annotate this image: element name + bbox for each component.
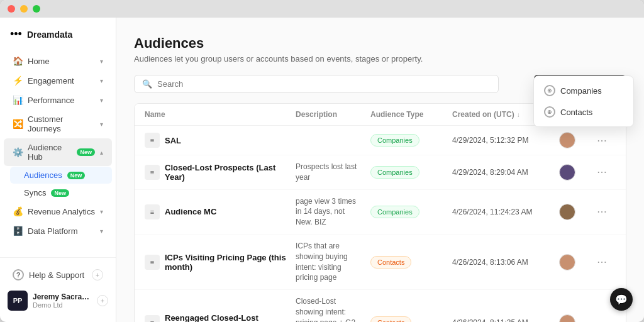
cell-actions[interactable]: ⋯ (597, 256, 616, 268)
sidebar-item-label: Audience Hub (28, 143, 72, 162)
chevron-icon: ▾ (100, 58, 103, 65)
user-expand-button[interactable]: + (97, 295, 108, 306)
table-row: ≡ SAL Companies 4/29/2024, 5:12:32 PM ⋯ (135, 126, 626, 155)
audience-hub-icon: ⚙️ (13, 147, 23, 157)
row-icon: ≡ (145, 204, 160, 219)
contacts-icon: ⊕ (544, 106, 555, 118)
more-actions-button[interactable]: ⋯ (597, 206, 607, 218)
maximize-button[interactable] (33, 5, 40, 13)
help-expand-button[interactable]: + (92, 269, 103, 280)
cell-type: Contacts (370, 256, 452, 269)
audiences-table: Name Description Audience Type Created o… (134, 103, 626, 322)
col-type: Audience Type (370, 110, 452, 119)
cell-name: ≡ Reengaged Closed-Lost Accounts (145, 313, 296, 322)
sort-icon: ↓ (517, 111, 520, 118)
cell-actions[interactable]: ⋯ (597, 206, 616, 218)
new-badge: New (77, 148, 95, 156)
home-icon: 🏠 (13, 56, 23, 66)
cell-name: ≡ Closed-Lost Prospects (Last Year) (145, 163, 296, 182)
more-actions-button[interactable]: ⋯ (597, 166, 607, 178)
more-actions-button[interactable]: ⋯ (597, 317, 607, 322)
sidebar-item-customer-journeys[interactable]: 🔀 Customer Journeys ▾ (4, 110, 112, 138)
type-badge: Companies (370, 134, 419, 147)
page-subtitle: Audiences let you group users or account… (134, 54, 626, 64)
cell-date: 4/26/2024, 8:13:06 AM (452, 258, 559, 267)
cell-name: ≡ ICPs Visiting Pricing Page (this month… (145, 253, 296, 272)
sidebar-item-data-platform[interactable]: 🗄️ Data Platform ▾ (4, 221, 112, 240)
sidebar-item-engagement[interactable]: ⚡ Engagement ▾ (4, 71, 112, 90)
more-actions-button[interactable]: ⋯ (597, 256, 607, 268)
companies-icon: ⊕ (544, 85, 555, 96)
performance-icon: 📊 (13, 95, 23, 105)
avatar-initials: PP (13, 297, 23, 304)
chevron-icon: ▾ (100, 121, 103, 128)
cell-type: Contacts (370, 316, 452, 322)
sidebar-sub-item-label: Syncs (24, 188, 46, 197)
more-actions-button[interactable]: ⋯ (597, 135, 607, 147)
help-support-item[interactable]: ? Help & Support + (4, 265, 112, 285)
cell-avatar (559, 164, 597, 180)
type-badge: Contacts (370, 256, 411, 269)
sidebar-item-syncs[interactable]: Syncs New (10, 184, 112, 201)
audience-name: Closed-Lost Prospects (Last Year) (165, 163, 296, 182)
cell-name: ≡ Audience MC (145, 204, 296, 219)
user-profile[interactable]: PP Jeremy Sacram... Demo Ltd + (0, 286, 116, 316)
search-box[interactable]: 🔍 (134, 75, 499, 93)
search-input[interactable] (157, 79, 491, 89)
sidebar-item-audience-hub[interactable]: ⚙️ Audience Hub New ▴ (4, 138, 112, 166)
cell-actions[interactable]: ⋯ (597, 166, 616, 178)
user-info: Jeremy Sacram... Demo Ltd (33, 292, 92, 309)
chevron-icon: ▾ (100, 77, 103, 84)
sidebar-item-performance[interactable]: 📊 Performance ▾ (4, 91, 112, 109)
sidebar-item-home[interactable]: 🏠 Home ▾ (4, 52, 112, 70)
sidebar-item-revenue-analytics[interactable]: 💰 Revenue Analytics ▾ (4, 202, 112, 221)
sidebar-item-label: Engagement (28, 76, 95, 86)
audience-name: ICPs Visiting Pricing Page (this month) (165, 253, 296, 272)
sidebar-item-audiences[interactable]: Audiences New (10, 167, 112, 184)
cell-actions[interactable]: ⋯ (597, 317, 616, 322)
page-title: Audiences (134, 35, 626, 52)
row-icon: ≡ (145, 315, 160, 322)
sidebar: ••• Dreamdata 🏠 Home ▾ ⚡ Engagement ▾ 📊 … (0, 18, 116, 322)
dropdown-item-label: Contacts (560, 108, 592, 117)
audience-name: Reengaged Closed-Lost Accounts (165, 313, 296, 322)
dropdown-item-companies[interactable]: ⊕ Companies (538, 80, 630, 101)
avatar (559, 314, 575, 322)
avatar (559, 132, 575, 148)
sidebar-bottom: ? Help & Support + PP Jeremy Sacram... D… (0, 257, 116, 322)
sidebar-item-label: Data Platform (28, 226, 95, 236)
close-button[interactable] (8, 5, 15, 13)
row-icon: ≡ (145, 165, 160, 180)
sidebar-item-label: Revenue Analytics (28, 207, 95, 216)
cell-date: 4/26/2024, 8:11:35 AM (452, 318, 559, 322)
dropdown-item-contacts[interactable]: ⊕ Contacts (538, 101, 630, 123)
audience-name: SAL (165, 136, 181, 145)
avatar (559, 204, 575, 220)
chat-support-button[interactable]: 💬 (610, 288, 633, 311)
row-icon: ≡ (145, 255, 160, 270)
cell-date: 4/29/2024, 8:29:04 AM (452, 168, 559, 177)
col-description: Description (296, 110, 370, 119)
cell-actions[interactable]: ⋯ (597, 135, 616, 147)
chevron-icon: ▴ (100, 149, 103, 156)
avatar (559, 164, 575, 180)
col-name: Name (145, 110, 296, 119)
help-label: Help & Support (29, 270, 84, 280)
sidebar-item-label: Performance (28, 96, 95, 105)
chevron-icon: ▾ (100, 208, 103, 215)
logo: ••• Dreamdata (0, 18, 116, 48)
table-row: ≡ ICPs Visiting Pricing Page (this month… (135, 235, 626, 290)
data-platform-icon: 🗄️ (13, 226, 23, 236)
table-row: ≡ Closed-Lost Prospects (Last Year) Pros… (135, 155, 626, 190)
cell-avatar (559, 204, 597, 220)
cell-description: ICPs that are showing buying intent: vis… (296, 241, 370, 283)
logo-icon: ••• (10, 28, 22, 41)
cell-description: Prospects lost last year (296, 162, 370, 183)
cell-avatar (559, 132, 597, 148)
engagement-icon: ⚡ (13, 75, 23, 86)
cell-date: 4/26/2024, 11:24:23 AM (452, 208, 559, 216)
minimize-button[interactable] (20, 5, 28, 13)
cell-type: Companies (370, 206, 452, 218)
sidebar-item-label: Customer Journeys (28, 114, 95, 133)
sidebar-nav: 🏠 Home ▾ ⚡ Engagement ▾ 📊 Performance ▾ … (0, 48, 116, 257)
